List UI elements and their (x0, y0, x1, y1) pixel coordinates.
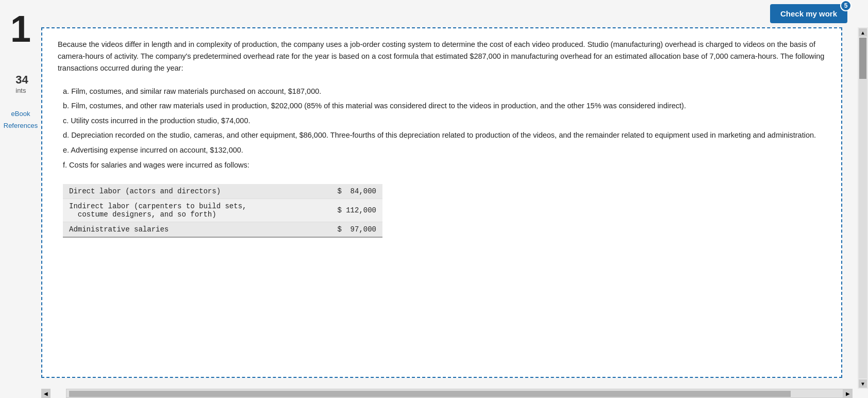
content-inner: Because the videos differ in length and … (41, 27, 858, 389)
intro-paragraph: Because the videos differ in length and … (58, 39, 826, 75)
references-link[interactable]: References (4, 122, 38, 129)
transaction-d-label: d. (63, 131, 71, 139)
transaction-c-label: c. (63, 117, 71, 125)
transaction-a: a. Film, costumes, and similar raw mater… (63, 85, 826, 98)
salary-row-3-amount: $ 97,000 (314, 222, 382, 238)
transaction-a-text: Film, costumes, and similar raw material… (71, 87, 321, 95)
salary-row-1-label: Direct labor (actors and directors) (63, 184, 314, 199)
sidebar-links: eBook References (4, 110, 38, 129)
transaction-d-text: Depreciation recorded on the studio, cam… (71, 131, 816, 139)
scroll-up-arrow[interactable]: ▲ (859, 28, 867, 37)
salary-row-3-label: Administrative salaries (63, 222, 314, 238)
salary-row-1-amount: $ 84,000 (314, 184, 382, 199)
scroll-right-arrow[interactable]: ▶ (843, 389, 853, 398)
main-area: Check my work 5 Because the videos diffe… (41, 0, 868, 398)
salary-table-wrapper: Direct labor (actors and directors) $ 84… (63, 184, 382, 238)
table-row: Direct labor (actors and directors) $ 84… (63, 184, 382, 199)
content-row: Because the videos differ in length and … (41, 27, 868, 389)
page-container: 1 34 ints eBook References Check my work… (0, 0, 868, 398)
content-box[interactable]: Because the videos differ in length and … (41, 27, 842, 378)
table-row: Administrative salaries $ 97,000 (63, 222, 382, 238)
horizontal-scrollbar[interactable] (66, 389, 843, 398)
points-label: ints (15, 87, 28, 94)
transaction-e: e. Advertising expense incurred on accou… (63, 144, 826, 157)
transaction-c: c. Utility costs incurred in the product… (63, 114, 826, 127)
transaction-b: b. Film, costumes, and other raw materia… (63, 100, 826, 112)
transaction-a-label: a. (63, 87, 71, 95)
scroll-thumb[interactable] (859, 38, 866, 79)
check-work-button[interactable]: Check my work 5 (770, 4, 847, 23)
transaction-f-text: Costs for salaries and wages were incurr… (69, 161, 249, 169)
transaction-b-text: Film, costumes, and other raw materials … (71, 102, 686, 110)
salary-row-2-amount: $ 112,000 (314, 199, 382, 222)
bottom-bar: ◀ ▶ (41, 389, 868, 398)
vertical-scrollbar[interactable]: ▲ ▼ (858, 27, 868, 389)
header-bar: Check my work 5 (41, 0, 868, 27)
scroll-track[interactable] (859, 38, 867, 378)
transaction-f: f. Costs for salaries and wages were inc… (63, 159, 826, 172)
salary-table: Direct labor (actors and directors) $ 84… (63, 184, 382, 238)
scroll-left-arrow[interactable]: ◀ (41, 389, 51, 398)
transaction-d: d. Depreciation recorded on the studio, … (63, 129, 826, 142)
h-scroll-thumb[interactable] (69, 391, 791, 397)
points-value: 34 (15, 73, 28, 87)
check-work-badge: 5 (840, 0, 852, 11)
transaction-f-label: f. (63, 161, 69, 169)
ebook-link[interactable]: eBook (11, 110, 30, 118)
salary-row-2-label: Indirect labor (carpenters to build sets… (63, 199, 314, 222)
transaction-c-text: Utility costs incurred in the production… (71, 117, 250, 125)
check-work-label: Check my work (780, 9, 837, 18)
left-sidebar: 1 34 ints eBook References (0, 0, 41, 398)
transaction-list: a. Film, costumes, and similar raw mater… (63, 85, 826, 172)
question-number: 1 (10, 10, 31, 47)
scroll-down-arrow[interactable]: ▼ (859, 379, 867, 388)
transaction-e-text: Advertising expense incurred on account,… (71, 146, 243, 154)
table-row: Indirect labor (carpenters to build sets… (63, 199, 382, 222)
transaction-e-label: e. (63, 146, 71, 154)
points-section: 34 ints (13, 73, 28, 94)
transaction-b-label: b. (63, 102, 71, 110)
